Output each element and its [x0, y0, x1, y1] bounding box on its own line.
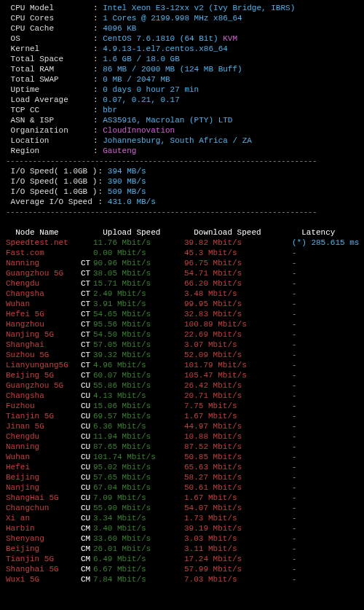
header-upload: Upload Speed [103, 227, 194, 238]
speedtest-results-section: Speedtest.net11.76 Mbit/s39.82 Mbit/s(*)… [6, 238, 358, 584]
speedtest-row: NanjingCU67.04 Mbit/s50.61 Mbit/s- [6, 482, 358, 493]
io-value: 394 MB/s [108, 167, 146, 176]
download-speed: 101.79 Mbit/s [184, 360, 292, 370]
provider-code: CU [81, 472, 93, 482]
node-name: Shanghai 5G [6, 564, 81, 574]
sysinfo-label: Total Space [6, 54, 93, 64]
upload-speed: 6.36 Mbit/s [93, 421, 184, 431]
sysinfo-value: 4.9.13-1.el7.centos.x86_64 [103, 44, 228, 53]
speedtest-row: BeijingCU57.65 Mbit/s58.27 Mbit/s- [6, 472, 358, 482]
speedtest-header-row: Node NameUpload SpeedDownload SpeedLaten… [6, 217, 358, 238]
latency-value: - [292, 249, 297, 257]
provider-code: CU [81, 401, 93, 411]
speedtest-row: Nanjing 5GCT54.50 Mbit/s22.69 Mbit/s- [6, 329, 358, 340]
speedtest-row: HarbinCM3.40 Mbit/s39.19 Mbit/s- [6, 523, 358, 533]
node-name: Harbin [6, 523, 81, 533]
node-name: Tianjin 5G [6, 554, 81, 564]
latency-value: - [292, 432, 297, 441]
node-name: Chengdu [6, 431, 81, 442]
upload-speed: 15.06 Mbit/s [93, 401, 184, 411]
upload-speed: 15.71 Mbit/s [93, 278, 184, 289]
io-row: I/O Speed( 1.0GB ) : 509 MB/s [6, 187, 358, 197]
latency-value: - [292, 289, 297, 298]
download-speed: 17.24 Mbit/s [184, 554, 292, 564]
download-speed: 99.95 Mbit/s [184, 299, 292, 309]
sysinfo-row: Total Space: 1.6 GB / 18.0 GB [6, 54, 358, 64]
upload-speed: 3.91 Mbit/s [93, 299, 184, 309]
upload-speed: 7.84 Mbit/s [93, 574, 184, 584]
upload-speed: 39.32 Mbit/s [93, 350, 184, 360]
download-speed: 65.63 Mbit/s [184, 462, 292, 472]
speedtest-row: ShenyangCM33.60 Mbit/s3.03 Mbit/s- [6, 533, 358, 544]
download-speed: 105.47 Mbit/s [184, 370, 292, 380]
provider-code: CT [81, 370, 93, 380]
io-speed-section: I/O Speed( 1.0GB ) : 394 MB/s I/O Speed(… [6, 166, 358, 207]
node-name: Wuhan [6, 299, 81, 309]
latency-value: - [292, 514, 297, 523]
latency-value: - [292, 575, 297, 584]
download-speed: 1.67 Mbit/s [184, 411, 292, 421]
node-name: Shanghai [6, 340, 81, 350]
provider-code: CT [81, 268, 93, 278]
sysinfo-label: Region [6, 146, 93, 156]
provider-code: CM [81, 564, 93, 574]
speedtest-row: WuhanCT3.91 Mbit/s99.95 Mbit/s- [6, 299, 358, 309]
upload-speed: 4.13 Mbit/s [93, 391, 184, 401]
download-speed: 52.09 Mbit/s [184, 350, 292, 360]
download-speed: 26.42 Mbit/s [184, 380, 292, 391]
upload-speed: 55.90 Mbit/s [93, 503, 184, 513]
node-name: Hangzhou [6, 319, 81, 329]
download-speed: 66.20 Mbit/s [184, 278, 292, 289]
provider-code: CU [81, 411, 93, 421]
node-name: Speedtest.net [6, 238, 81, 248]
colon: : [93, 126, 103, 135]
speedtest-row: Suzhou 5GCT39.32 Mbit/s52.09 Mbit/s- [6, 350, 358, 360]
provider-code: CT [81, 309, 93, 319]
provider-code: CM [81, 544, 93, 554]
header-latency: Latency [301, 227, 335, 238]
speedtest-row: ChangshaCT2.49 Mbit/s3.48 Mbit/s- [6, 289, 358, 299]
node-name: Tianjin 5G [6, 411, 81, 421]
node-name: Nanning [6, 442, 81, 452]
sysinfo-suffix: KVM [218, 34, 237, 43]
provider-code: CU [81, 462, 93, 472]
speedtest-row: FuzhouCU15.06 Mbit/s7.75 Mbit/s- [6, 401, 358, 411]
speedtest-row: Guangzhou 5GCT38.05 Mbit/s54.71 Mbit/s- [6, 268, 358, 278]
sysinfo-row: CPU Cores: 1 Cores @ 2199.998 MHz x86_64 [6, 13, 358, 23]
latency-value: - [292, 320, 297, 329]
download-speed: 50.85 Mbit/s [184, 452, 292, 462]
upload-speed: 11.76 Mbit/s [93, 238, 184, 248]
sysinfo-value: 4096 KB [103, 24, 136, 33]
io-row: I/O Speed( 1.0GB ) : 390 MB/s [6, 176, 358, 187]
header-download: Download Speed [194, 227, 301, 238]
sysinfo-label: ASN & ISP [6, 115, 93, 125]
latency-value: - [292, 361, 297, 369]
speedtest-row: HefeiCU95.02 Mbit/s65.63 Mbit/s- [6, 462, 358, 472]
provider-code: CU [81, 513, 93, 523]
sysinfo-value: bbr [103, 106, 117, 114]
sysinfo-value: 86 MB / 2000 MB (124 MB Buff) [103, 65, 242, 74]
sysinfo-label: CPU Cache [6, 23, 93, 34]
speedtest-row: Wuxi 5GCM7.84 Mbit/s7.03 Mbit/s- [6, 574, 358, 584]
speedtest-row: Hefei 5GCT54.65 Mbit/s32.83 Mbit/s- [6, 309, 358, 319]
colon: : [93, 65, 103, 74]
download-speed: 10.88 Mbit/s [184, 431, 292, 442]
sysinfo-row: ASN & ISP: AS35916, Macrolan (PTY) LTD [6, 115, 358, 125]
download-speed: 3.03 Mbit/s [184, 533, 292, 544]
latency-value: - [292, 259, 297, 267]
colon: : [93, 14, 103, 23]
provider-code: CM [81, 554, 93, 564]
download-speed: 87.52 Mbit/s [184, 442, 292, 452]
io-value: 509 MB/s [108, 187, 146, 196]
provider-code: CM [81, 523, 93, 533]
upload-speed: 87.65 Mbit/s [93, 442, 184, 452]
upload-speed: 7.09 Mbit/s [93, 493, 184, 503]
provider-code: CT [81, 319, 93, 329]
download-speed: 22.69 Mbit/s [184, 329, 292, 340]
speedtest-row: NanningCU87.65 Mbit/s87.52 Mbit/s- [6, 442, 358, 452]
colon: : [93, 24, 103, 33]
download-speed: 50.61 Mbit/s [184, 482, 292, 493]
sysinfo-value: CloudInnovation [103, 126, 175, 135]
upload-speed: 4.96 Mbit/s [93, 360, 184, 370]
sysinfo-row: CPU Cache: 4096 KB [6, 23, 358, 34]
